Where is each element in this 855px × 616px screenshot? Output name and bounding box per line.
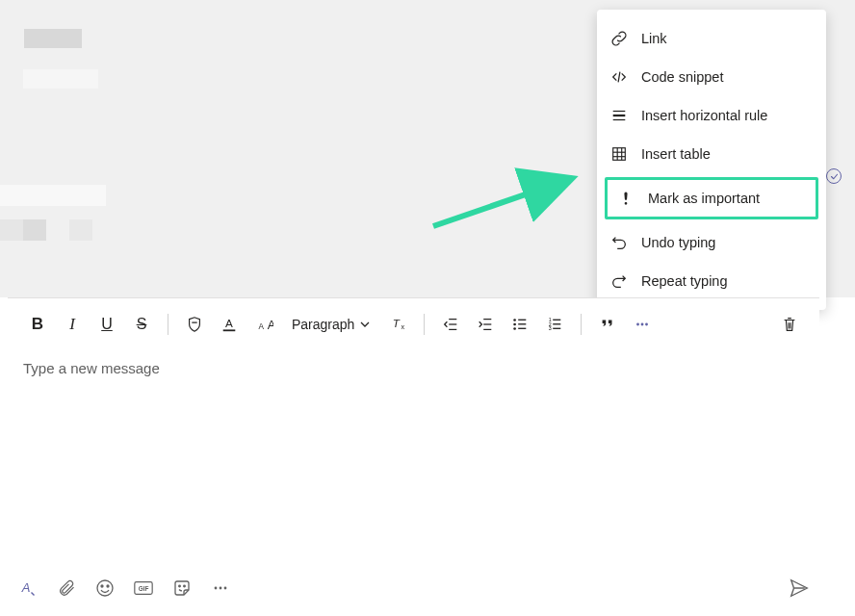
important-icon <box>617 190 635 207</box>
emoji-button[interactable] <box>92 576 117 601</box>
svg-point-42 <box>179 585 181 587</box>
svg-rect-30 <box>554 320 561 321</box>
paragraph-label: Paragraph <box>292 317 354 332</box>
toolbar-separator <box>424 314 425 335</box>
menu-item-horizontal-rule[interactable]: Insert horizontal rule <box>597 96 826 135</box>
menu-item-link[interactable]: Link <box>597 19 826 58</box>
svg-rect-25 <box>519 323 527 324</box>
svg-point-44 <box>215 587 218 590</box>
menu-item-repeat-typing[interactable]: Repeat typing <box>597 262 826 300</box>
menu-item-insert-table[interactable]: Insert table <box>597 135 826 173</box>
menu-label: Link <box>641 31 667 46</box>
sticker-button[interactable] <box>169 576 194 601</box>
bulleted-list-button[interactable] <box>504 308 536 341</box>
svg-text:x: x <box>402 322 405 331</box>
more-actions-button[interactable] <box>208 576 233 601</box>
menu-label: Code snippet <box>641 69 723 85</box>
compose-actions-bar: A GIF <box>8 570 819 606</box>
svg-point-37 <box>97 580 113 596</box>
svg-point-45 <box>220 587 222 590</box>
font-size-button[interactable]: AA <box>247 308 280 341</box>
bold-button[interactable]: B <box>21 308 54 341</box>
svg-text:A: A <box>259 322 265 331</box>
redacted-block <box>69 219 92 241</box>
redacted-block <box>24 29 82 48</box>
svg-rect-10 <box>223 329 236 331</box>
underline-button[interactable]: U <box>91 308 123 341</box>
svg-point-35 <box>645 323 648 326</box>
menu-item-undo-typing[interactable]: Undo typing <box>597 223 826 262</box>
svg-point-34 <box>641 323 644 326</box>
svg-text:GIF: GIF <box>139 585 149 592</box>
menu-item-code-snippet[interactable]: Code snippet <box>597 58 826 96</box>
numbered-list-button[interactable]: 123 <box>538 308 571 341</box>
svg-rect-31 <box>554 323 561 324</box>
svg-point-21 <box>514 319 517 321</box>
paragraph-style-dropdown[interactable]: Paragraph <box>282 308 379 341</box>
svg-point-46 <box>224 587 227 590</box>
toolbar-separator <box>581 314 582 335</box>
format-button[interactable]: A <box>15 576 40 601</box>
send-button[interactable] <box>787 576 812 601</box>
menu-label: Insert table <box>641 146 711 162</box>
chevron-down-icon <box>360 320 370 329</box>
more-options-button[interactable] <box>626 308 659 341</box>
redo-icon <box>610 272 628 290</box>
attach-button[interactable] <box>54 576 79 601</box>
table-icon <box>610 145 628 163</box>
gif-button[interactable]: GIF <box>131 576 156 601</box>
editor-placeholder: Type a new message <box>23 360 160 376</box>
svg-point-39 <box>107 585 109 587</box>
strikethrough-button[interactable]: S <box>125 308 158 341</box>
redacted-block <box>0 219 23 241</box>
svg-text:T: T <box>393 317 401 329</box>
menu-label: Insert horizontal rule <box>641 108 767 123</box>
redacted-block <box>23 69 98 89</box>
svg-text:A: A <box>21 580 31 595</box>
redacted-block <box>23 219 46 241</box>
italic-button[interactable]: I <box>56 308 89 341</box>
svg-text:A: A <box>225 317 233 329</box>
format-more-menu: Link Code snippet Insert horizontal rule… <box>597 10 826 310</box>
menu-label: Repeat typing <box>641 273 727 289</box>
svg-point-23 <box>514 327 517 330</box>
svg-point-43 <box>184 585 186 587</box>
delete-button[interactable] <box>773 308 806 341</box>
menu-label: Undo typing <box>641 235 715 250</box>
svg-text:A: A <box>268 318 273 332</box>
svg-text:3: 3 <box>549 325 552 331</box>
svg-rect-24 <box>519 320 527 321</box>
read-receipt-icon <box>826 168 842 184</box>
message-input[interactable]: Type a new message <box>8 350 819 543</box>
svg-point-33 <box>636 323 639 326</box>
message-composer: B I U S A AA Paragraph Tx 12 <box>8 297 819 565</box>
code-icon <box>610 68 628 86</box>
menu-item-mark-important[interactable]: Mark as important <box>605 177 818 219</box>
redacted-block <box>0 185 106 206</box>
indent-button[interactable] <box>469 308 502 341</box>
undo-icon <box>610 234 628 251</box>
toolbar-separator <box>168 314 168 335</box>
svg-rect-26 <box>519 328 527 329</box>
font-color-button[interactable]: A <box>213 308 246 341</box>
clear-formatting-button[interactable]: Tx <box>381 308 414 341</box>
quote-button[interactable] <box>591 308 624 341</box>
link-icon <box>610 30 628 47</box>
svg-point-22 <box>514 323 517 326</box>
svg-rect-32 <box>554 328 561 329</box>
horizontal-rule-icon <box>610 107 628 124</box>
svg-point-38 <box>101 585 103 587</box>
outdent-button[interactable] <box>434 308 467 341</box>
format-toolbar: B I U S A AA Paragraph Tx 12 <box>8 298 819 350</box>
menu-label: Mark as important <box>648 191 760 206</box>
svg-rect-3 <box>613 148 626 161</box>
highlight-button[interactable] <box>178 308 211 341</box>
